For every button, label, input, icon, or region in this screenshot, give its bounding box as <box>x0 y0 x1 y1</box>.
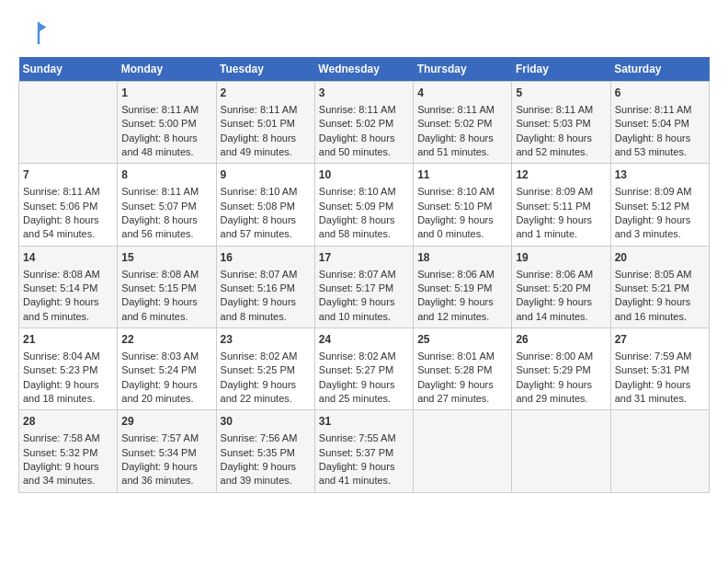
day-info: Sunrise: 8:07 AM <box>319 268 409 282</box>
calendar-cell: 7Sunrise: 8:11 AMSunset: 5:06 PMDaylight… <box>19 164 118 246</box>
day-info: Sunrise: 7:55 AM <box>319 431 409 445</box>
day-info: Daylight: 9 hours <box>516 295 606 309</box>
calendar-cell: 6Sunrise: 8:11 AMSunset: 5:04 PMDaylight… <box>610 82 709 164</box>
day-info: Sunrise: 8:05 AM <box>615 268 705 282</box>
calendar-cell: 14Sunrise: 8:08 AMSunset: 5:14 PMDayligh… <box>19 246 118 327</box>
day-header-monday: Monday <box>118 57 216 82</box>
day-info: Sunset: 5:23 PM <box>23 363 113 377</box>
day-info: Daylight: 9 hours <box>319 460 409 474</box>
day-info: Sunset: 5:02 PM <box>417 117 507 131</box>
calendar-cell: 19Sunrise: 8:06 AMSunset: 5:20 PMDayligh… <box>512 246 610 327</box>
day-info: Daylight: 9 hours <box>121 295 211 309</box>
day-info: Sunset: 5:11 PM <box>516 200 606 213</box>
day-info: Sunrise: 8:07 AM <box>221 268 311 282</box>
calendar-table: SundayMondayTuesdayWednesdayThursdayFrid… <box>18 57 710 493</box>
day-info: and 48 minutes. <box>121 145 211 159</box>
day-info: and 16 minutes. <box>615 310 705 324</box>
calendar-cell: 25Sunrise: 8:01 AMSunset: 5:28 PMDayligh… <box>414 328 512 410</box>
calendar-cell: 4Sunrise: 8:11 AMSunset: 5:02 PMDaylight… <box>414 82 512 164</box>
day-info: Daylight: 8 hours <box>319 132 409 145</box>
day-info: Sunset: 5:08 PM <box>221 200 311 213</box>
day-header-wednesday: Wednesday <box>314 57 413 82</box>
day-info: and 53 minutes. <box>615 145 705 159</box>
day-info: Sunrise: 8:10 AM <box>221 185 311 199</box>
calendar-cell: 5Sunrise: 8:11 AMSunset: 5:03 PMDaylight… <box>512 82 610 164</box>
day-info: Sunset: 5:09 PM <box>319 200 409 213</box>
day-info: and 56 minutes. <box>121 227 211 241</box>
day-number: 23 <box>221 332 311 348</box>
day-info: Sunrise: 7:58 AM <box>23 431 113 445</box>
day-number: 16 <box>221 250 311 266</box>
day-info: Daylight: 9 hours <box>417 378 507 392</box>
day-info: Sunrise: 7:59 AM <box>615 350 705 363</box>
day-number: 29 <box>121 414 211 430</box>
page-header <box>18 18 710 48</box>
calendar-cell: 30Sunrise: 7:56 AMSunset: 5:35 PMDayligh… <box>216 410 314 492</box>
day-info: Sunset: 5:01 PM <box>221 117 311 131</box>
day-info: Sunset: 5:00 PM <box>121 117 211 131</box>
calendar-body: 1Sunrise: 8:11 AMSunset: 5:00 PMDaylight… <box>19 82 710 493</box>
day-info: Sunset: 5:06 PM <box>23 200 113 213</box>
day-info: Daylight: 8 hours <box>23 213 113 227</box>
day-info: Sunset: 5:25 PM <box>221 363 311 377</box>
day-info: Sunrise: 8:06 AM <box>417 268 507 282</box>
day-info: and 20 minutes. <box>121 392 211 406</box>
day-info: Sunset: 5:27 PM <box>319 363 409 377</box>
day-info: Sunset: 5:10 PM <box>417 200 507 213</box>
day-number: 12 <box>516 167 606 183</box>
day-info: and 51 minutes. <box>417 145 507 159</box>
day-info: Sunrise: 8:02 AM <box>221 350 311 363</box>
calendar-cell: 8Sunrise: 8:11 AMSunset: 5:07 PMDaylight… <box>118 164 216 246</box>
day-header-friday: Friday <box>512 57 610 82</box>
day-info: Daylight: 9 hours <box>221 460 311 474</box>
calendar-cell: 11Sunrise: 8:10 AMSunset: 5:10 PMDayligh… <box>414 164 512 246</box>
day-number: 15 <box>121 250 211 266</box>
calendar-cell <box>19 82 118 164</box>
calendar-cell: 22Sunrise: 8:03 AMSunset: 5:24 PMDayligh… <box>118 328 216 410</box>
day-info: Daylight: 8 hours <box>121 132 211 145</box>
svg-rect-2 <box>38 22 40 44</box>
day-number: 30 <box>221 414 311 430</box>
day-info: Sunrise: 8:10 AM <box>417 185 507 199</box>
day-info: Sunrise: 8:10 AM <box>319 185 409 199</box>
day-info: Sunrise: 8:09 AM <box>615 185 705 199</box>
calendar-cell <box>512 410 610 492</box>
calendar-cell: 17Sunrise: 8:07 AMSunset: 5:17 PMDayligh… <box>314 246 413 327</box>
day-info: Sunrise: 8:11 AM <box>221 103 311 117</box>
day-info: Sunset: 5:20 PM <box>516 282 606 295</box>
day-info: Sunrise: 8:11 AM <box>121 185 211 199</box>
day-info: and 27 minutes. <box>417 392 507 406</box>
day-number: 4 <box>417 86 507 101</box>
day-info: Daylight: 8 hours <box>417 132 507 145</box>
day-number: 14 <box>23 250 113 266</box>
calendar-cell: 10Sunrise: 8:10 AMSunset: 5:09 PMDayligh… <box>314 164 413 246</box>
calendar-cell <box>610 410 709 492</box>
day-info: Daylight: 9 hours <box>615 213 705 227</box>
day-info: and 31 minutes. <box>615 392 705 406</box>
day-info: Daylight: 9 hours <box>516 213 606 227</box>
day-info: Sunset: 5:03 PM <box>516 117 606 131</box>
day-number: 18 <box>417 250 507 266</box>
calendar-cell: 20Sunrise: 8:05 AMSunset: 5:21 PMDayligh… <box>610 246 709 327</box>
day-info: Sunrise: 8:11 AM <box>417 103 507 117</box>
day-info: Daylight: 9 hours <box>23 460 113 474</box>
day-info: and 34 minutes. <box>23 474 113 488</box>
day-info: Sunrise: 8:08 AM <box>23 268 113 282</box>
calendar-cell: 28Sunrise: 7:58 AMSunset: 5:32 PMDayligh… <box>19 410 118 492</box>
day-info: Sunrise: 8:04 AM <box>23 350 113 363</box>
calendar-cell: 16Sunrise: 8:07 AMSunset: 5:16 PMDayligh… <box>216 246 314 327</box>
day-info: Sunset: 5:19 PM <box>417 282 507 295</box>
header-row: SundayMondayTuesdayWednesdayThursdayFrid… <box>19 57 710 82</box>
day-header-sunday: Sunday <box>19 57 118 82</box>
calendar-week-2: 7Sunrise: 8:11 AMSunset: 5:06 PMDaylight… <box>19 164 710 246</box>
day-info: Sunset: 5:16 PM <box>221 282 311 295</box>
day-info: Sunrise: 8:11 AM <box>319 103 409 117</box>
day-info: Sunset: 5:21 PM <box>615 282 705 295</box>
day-info: Sunrise: 8:11 AM <box>615 103 705 117</box>
day-header-thursday: Thursday <box>414 57 512 82</box>
day-info: Sunset: 5:15 PM <box>121 282 211 295</box>
day-info: Sunset: 5:34 PM <box>121 446 211 460</box>
day-info: Sunrise: 7:57 AM <box>121 431 211 445</box>
calendar-week-3: 14Sunrise: 8:08 AMSunset: 5:14 PMDayligh… <box>19 246 710 327</box>
day-info: Daylight: 9 hours <box>23 295 113 309</box>
